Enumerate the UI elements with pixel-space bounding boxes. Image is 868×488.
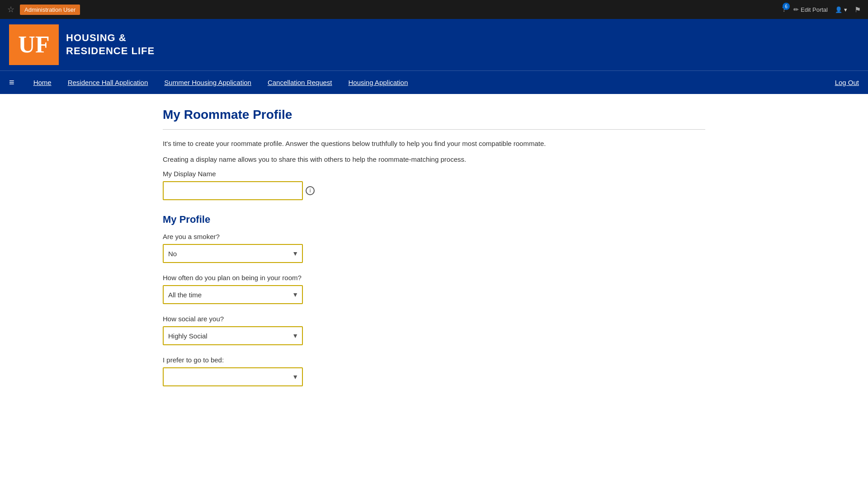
flag-icon[interactable]: ⚑ bbox=[854, 5, 861, 14]
social-select[interactable]: Highly Social Somewhat Social Not Very S… bbox=[163, 326, 303, 345]
user-icon: 👤 bbox=[835, 6, 842, 13]
site-header: UF HOUSING & RESIDENCE LIFE bbox=[0, 19, 868, 70]
bedtime-select-wrapper: ▼ bbox=[163, 367, 303, 386]
logo-uf-text: UF bbox=[18, 33, 49, 56]
title-divider bbox=[163, 129, 705, 130]
nav-home[interactable]: Home bbox=[25, 71, 60, 94]
social-label: How social are you? bbox=[163, 315, 705, 323]
social-group: How social are you? Highly Social Somewh… bbox=[163, 315, 705, 345]
top-bar: ☆ Administration User ? 6 ✏ Edit Portal … bbox=[0, 0, 868, 19]
intro-text-1: It's time to create your roommate profil… bbox=[163, 139, 705, 149]
smoker-select[interactable]: No Yes bbox=[163, 244, 303, 263]
smoker-label: Are you a smoker? bbox=[163, 233, 705, 240]
room-time-group: How often do you plan on being in your r… bbox=[163, 274, 705, 304]
hamburger-icon[interactable]: ≡ bbox=[9, 77, 14, 88]
info-icon[interactable]: i bbox=[306, 186, 315, 195]
display-name-group: My Display Name i bbox=[163, 170, 705, 200]
display-name-input[interactable] bbox=[163, 181, 303, 200]
bedtime-group: I prefer to go to bed: ▼ bbox=[163, 356, 705, 386]
nav-cancellation[interactable]: Cancellation Request bbox=[259, 71, 340, 94]
pencil-icon: ✏ bbox=[793, 6, 799, 13]
bedtime-select[interactable] bbox=[163, 367, 303, 386]
intro-text-2: Creating a display name allows you to sh… bbox=[163, 155, 705, 165]
top-bar-right: ? 6 ✏ Edit Portal 👤 ▾ ⚑ bbox=[782, 5, 861, 14]
logo-line1: HOUSING & bbox=[66, 32, 155, 45]
admin-user-label: Administration User bbox=[20, 5, 80, 15]
top-bar-left: ☆ Administration User bbox=[7, 5, 80, 15]
page-title: My Roommate Profile bbox=[163, 108, 705, 122]
nav-logout[interactable]: Log Out bbox=[835, 79, 859, 86]
display-name-label: My Display Name bbox=[163, 170, 705, 178]
help-badge-area[interactable]: ? 6 bbox=[782, 5, 786, 14]
room-time-select-wrapper: All the time Most of the time Some of th… bbox=[163, 285, 303, 304]
main-nav: ≡ Home Residence Hall Application Summer… bbox=[0, 70, 868, 94]
chevron-down-icon: ▾ bbox=[844, 6, 847, 13]
bedtime-label: I prefer to go to bed: bbox=[163, 356, 705, 364]
user-menu[interactable]: 👤 ▾ bbox=[835, 6, 847, 13]
logo-text: HOUSING & RESIDENCE LIFE bbox=[66, 32, 155, 57]
smoker-group: Are you a smoker? No Yes ▼ bbox=[163, 233, 705, 263]
nav-housing-app[interactable]: Housing Application bbox=[340, 71, 416, 94]
room-time-select[interactable]: All the time Most of the time Some of th… bbox=[163, 285, 303, 304]
main-content: My Roommate Profile It's time to create … bbox=[149, 94, 719, 424]
room-time-label: How often do you plan on being in your r… bbox=[163, 274, 705, 282]
nav-summer-housing[interactable]: Summer Housing Application bbox=[156, 71, 259, 94]
profile-section-title: My Profile bbox=[163, 214, 705, 225]
logo-line2: RESIDENCE LIFE bbox=[66, 45, 155, 58]
smoker-select-wrapper: No Yes ▼ bbox=[163, 244, 303, 263]
logo-box[interactable]: UF bbox=[9, 24, 59, 65]
social-select-wrapper: Highly Social Somewhat Social Not Very S… bbox=[163, 326, 303, 345]
edit-portal-label: Edit Portal bbox=[801, 6, 828, 13]
edit-portal-link[interactable]: ✏ Edit Portal bbox=[793, 6, 828, 13]
notification-badge: 6 bbox=[783, 3, 790, 10]
nav-residence-hall[interactable]: Residence Hall Application bbox=[60, 71, 156, 94]
star-icon[interactable]: ☆ bbox=[7, 5, 14, 14]
